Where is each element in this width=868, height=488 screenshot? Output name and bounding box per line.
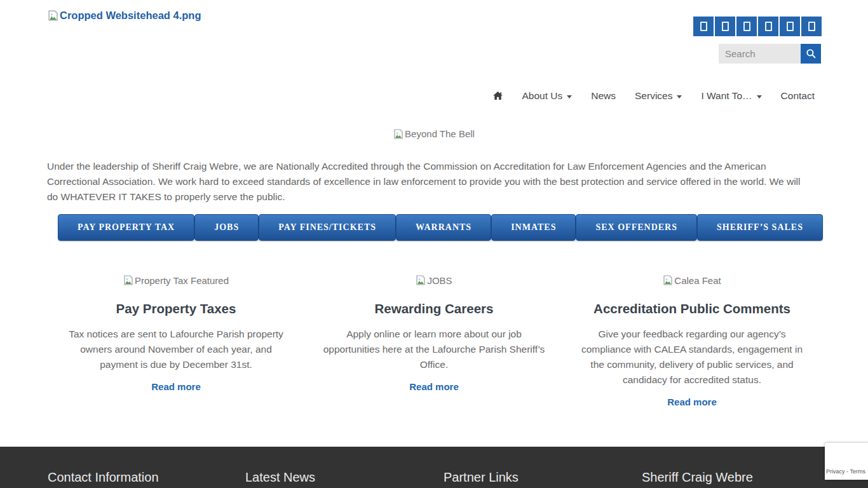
quick-link-pay-fines-tickets[interactable]: PAY FINES/TICKETS — [259, 214, 396, 241]
footer-heading-latest-news: Latest News — [245, 470, 315, 485]
social-icon-placeholder — [722, 22, 729, 31]
quick-links-row: PAY PROPERTY TAX JOBS PAY FINES/TICKETS … — [58, 214, 810, 241]
chevron-down-icon — [677, 95, 682, 98]
intro-paragraph: Under the leadership of Sheriff Craig We… — [47, 159, 811, 205]
social-link-4[interactable] — [758, 17, 778, 36]
feature-image-alt-text: Property Tax Featured — [135, 275, 229, 286]
social-link-6[interactable] — [801, 17, 822, 36]
quick-link-jobs[interactable]: JOBS — [194, 214, 259, 241]
social-link-5[interactable] — [780, 17, 800, 36]
feature-title: Rewarding Careers — [315, 301, 553, 316]
nav-about-us[interactable]: About Us — [522, 90, 572, 102]
broken-image-icon — [416, 275, 426, 285]
broken-image-icon — [123, 275, 133, 285]
quick-link-sheriffs-sales[interactable]: SHERIFF’S SALES — [697, 214, 823, 241]
social-links — [693, 17, 822, 36]
recaptcha-badge[interactable]: Privacy - Terms — [825, 443, 868, 480]
footer-heading-contact-information: Contact Information — [48, 470, 159, 485]
nav-services[interactable]: Services — [635, 90, 682, 102]
hero-broken-image: Beyond The Bell — [0, 128, 868, 139]
site-logo-alt-text: Cropped Websitehead 4.png — [60, 10, 201, 22]
search-icon — [806, 48, 817, 59]
site-footer: Contact Information Latest News Partner … — [0, 447, 868, 488]
nav-contact[interactable]: Contact — [781, 90, 815, 102]
home-icon — [493, 92, 503, 100]
read-more-link[interactable]: Read more — [409, 381, 459, 392]
site-logo-broken-image[interactable]: Cropped Websitehead 4.png — [48, 10, 201, 22]
feature-image-alt-text: Calea Feat — [674, 275, 721, 286]
social-icon-placeholder — [808, 22, 815, 31]
chevron-down-icon — [757, 95, 762, 98]
search-bar — [719, 44, 821, 64]
feature-text: Tax notices are sent to Lafourche Parish… — [63, 327, 289, 372]
search-button[interactable] — [801, 44, 821, 64]
recaptcha-privacy-terms[interactable]: Privacy - Terms — [825, 468, 867, 475]
footer-heading-sheriff-craig-webre: Sheriff Craig Webre — [642, 470, 753, 485]
feature-title: Pay Property Taxes — [57, 301, 295, 316]
social-link-3[interactable] — [736, 17, 757, 36]
quick-link-warrants[interactable]: WARRANTS — [396, 214, 491, 241]
feature-rewarding-careers: JOBS Rewarding Careers Apply online or l… — [305, 273, 563, 408]
feature-image-alt-text: JOBS — [427, 275, 452, 286]
quick-link-sex-offenders[interactable]: SEX OFFENDERS — [576, 214, 697, 241]
feature-title: Accreditation Public Comments — [573, 301, 811, 316]
feature-text: Apply online or learn more about our job… — [321, 327, 547, 372]
feature-text: Give your feedback regarding our agency’… — [579, 327, 805, 388]
chevron-down-icon — [567, 95, 572, 98]
broken-image-icon — [48, 10, 58, 21]
nav-news[interactable]: News — [591, 90, 616, 102]
broken-image-icon — [393, 129, 403, 139]
nav-home[interactable] — [493, 92, 503, 100]
nav-i-want-to[interactable]: I Want To… — [701, 90, 761, 102]
hero-alt-text: Beyond The Bell — [405, 128, 475, 139]
quick-link-pay-property-tax[interactable]: PAY PROPERTY TAX — [58, 214, 194, 241]
read-more-link[interactable]: Read more — [151, 381, 201, 392]
features-section: Property Tax Featured Pay Property Taxes… — [47, 273, 821, 408]
social-icon-placeholder — [765, 22, 772, 31]
social-link-1[interactable] — [693, 17, 714, 36]
search-input[interactable] — [719, 44, 801, 64]
read-more-link[interactable]: Read more — [667, 396, 717, 407]
feature-accreditation-public-comments: Calea Feat Accreditation Public Comments… — [563, 273, 821, 408]
feature-broken-image: JOBS — [315, 273, 553, 287]
main-nav: About Us News Services I Want To… Contac… — [493, 90, 815, 102]
social-icon-placeholder — [700, 22, 707, 31]
footer-heading-partner-links: Partner Links — [444, 470, 519, 485]
feature-pay-property-taxes: Property Tax Featured Pay Property Taxes… — [47, 273, 305, 408]
feature-broken-image: Calea Feat — [573, 273, 811, 287]
broken-image-icon — [663, 275, 673, 285]
quick-link-inmates[interactable]: INMATES — [491, 214, 576, 241]
social-icon-placeholder — [743, 22, 750, 31]
social-link-2[interactable] — [715, 17, 735, 36]
social-icon-placeholder — [787, 22, 794, 31]
feature-broken-image: Property Tax Featured — [57, 273, 295, 287]
